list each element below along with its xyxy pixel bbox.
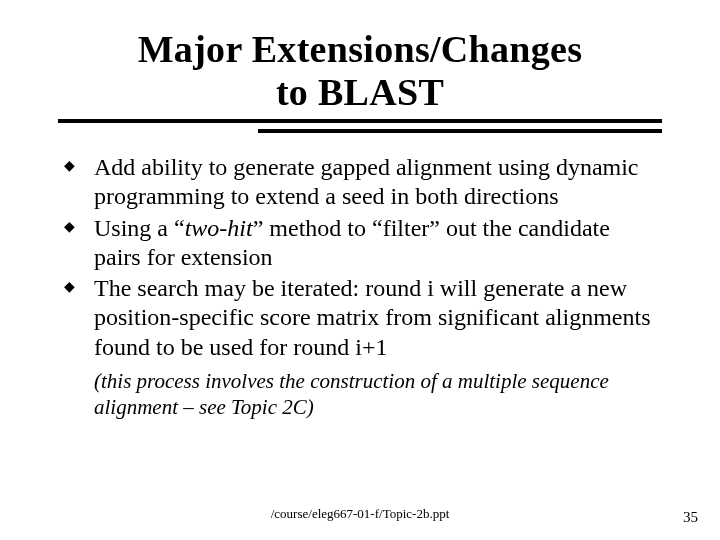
- bullet-text: The search may be iterated: round i will…: [94, 275, 651, 360]
- title-rule: [58, 119, 662, 135]
- bullet-text-pre: Using a “: [94, 215, 185, 241]
- bullet-item: The search may be iterated: round i will…: [62, 274, 662, 362]
- bullet-text-em: two-hit: [185, 215, 253, 241]
- rule-bottom: [258, 129, 662, 133]
- slide-title: Major Extensions/Changes to BLAST: [58, 28, 662, 113]
- footer: /course/eleg667-01-f/Topic-2b.ppt 35: [0, 506, 720, 526]
- subnote: (this process involves the construction …: [58, 368, 662, 421]
- footer-path: /course/eleg667-01-f/Topic-2b.ppt: [0, 506, 720, 522]
- rule-top: [58, 119, 662, 123]
- title-line-1: Major Extensions/Changes: [138, 28, 583, 70]
- bullet-item: Using a “two-hit” method to “filter” out…: [62, 214, 662, 273]
- slide: Major Extensions/Changes to BLAST Add ab…: [0, 0, 720, 540]
- bullet-list: Add ability to generate gapped alignment…: [58, 153, 662, 362]
- title-line-2: to BLAST: [276, 71, 444, 113]
- bullet-text: Add ability to generate gapped alignment…: [94, 154, 639, 209]
- page-number: 35: [683, 509, 698, 526]
- title-block: Major Extensions/Changes to BLAST: [58, 28, 662, 113]
- bullet-item: Add ability to generate gapped alignment…: [62, 153, 662, 212]
